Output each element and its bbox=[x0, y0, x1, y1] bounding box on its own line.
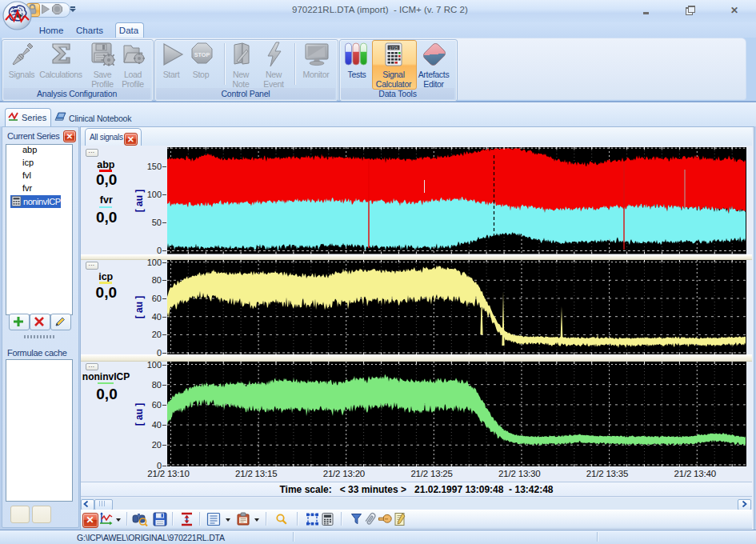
svg-text:STOP: STOP bbox=[194, 51, 210, 58]
svg-text:1725: 1725 bbox=[389, 46, 398, 50]
